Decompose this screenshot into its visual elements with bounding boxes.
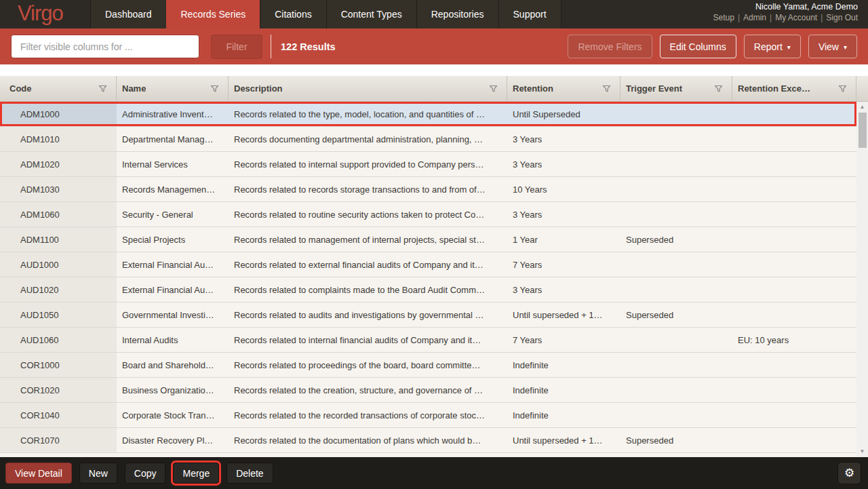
cell: AUD1050: [0, 302, 117, 327]
results-count: 122 Results: [281, 41, 336, 52]
cell: [732, 302, 856, 327]
divider: [271, 35, 271, 58]
column-header-trigger-event[interactable]: Trigger Event: [620, 76, 732, 101]
cell: 3 Years: [507, 202, 620, 227]
filter-funnel-icon[interactable]: [98, 85, 107, 93]
tab-repositories[interactable]: Repositories: [416, 0, 498, 28]
column-header-retention[interactable]: Retention: [507, 76, 620, 101]
app-logo[interactable]: Virgo: [0, 0, 90, 28]
cell: External Financial Au…: [117, 252, 229, 277]
cell: 3 Years: [507, 152, 620, 176]
filter-funnel-icon[interactable]: [838, 85, 847, 93]
column-header-name[interactable]: Name: [117, 76, 229, 101]
column-header-code[interactable]: Code: [0, 76, 117, 101]
table-row-cor1000[interactable]: COR1000Board and Sharehold…Records relat…: [0, 353, 856, 378]
column-header-description[interactable]: Description: [229, 76, 507, 101]
table-row-cor1020[interactable]: COR1020Business Organizatio…Records rela…: [0, 378, 856, 403]
cell: Indefinite: [507, 353, 620, 377]
filter-input[interactable]: [11, 35, 199, 58]
cell: [732, 202, 856, 227]
scrollbar-thumb[interactable]: [859, 113, 867, 148]
table-row-aud1020[interactable]: AUD1020External Financial Au…Records rel…: [0, 277, 856, 302]
user-link-sign-out[interactable]: Sign Out: [826, 13, 858, 22]
cell: [620, 328, 732, 352]
table-row-cor1040[interactable]: COR1040Corporate Stock Tran…Records rela…: [0, 403, 856, 428]
table-row-adm1030[interactable]: ADM1030Records Managemen…Records related…: [0, 177, 856, 202]
cell: [620, 378, 732, 402]
table-row-adm1000[interactable]: ADM1000Administrative Invent…Records rel…: [0, 102, 856, 127]
scroll-up-icon[interactable]: ▲: [860, 102, 865, 113]
table-row-adm1060[interactable]: ADM1060Security - GeneralRecords related…: [0, 202, 856, 227]
user-link-setup[interactable]: Setup: [713, 13, 734, 22]
cell: Indefinite: [507, 403, 620, 427]
view-detail-button[interactable]: View Detail: [5, 463, 72, 484]
filter-bar: Filter 122 Results Remove Filters Edit C…: [0, 28, 868, 64]
cell: COR1070: [0, 428, 117, 452]
cell: ADM1060: [0, 202, 117, 227]
cell: Records Managemen…: [117, 177, 229, 201]
cell: Administrative Invent…: [117, 102, 229, 126]
cell: Disaster Recovery Pl…: [117, 428, 229, 452]
separator: |: [770, 13, 772, 22]
cell: Superseded: [620, 428, 732, 452]
merge-button[interactable]: Merge: [173, 463, 219, 484]
cell: Internal Services: [117, 152, 229, 176]
vertical-scrollbar[interactable]: ▲ ▼: [856, 102, 868, 457]
spacer: [0, 64, 868, 76]
caret-down-icon: ▾: [844, 43, 847, 51]
table-row-adm1100[interactable]: ADM1100Special ProjectsRecords related t…: [0, 227, 856, 252]
user-link-my-account[interactable]: My Account: [775, 13, 817, 22]
cell: AUD1000: [0, 252, 117, 277]
cell: 7 Years: [507, 328, 620, 352]
delete-button[interactable]: Delete: [226, 463, 273, 484]
cell: Records related to the documentation of …: [229, 428, 507, 452]
table-row-aud1050[interactable]: AUD1050Governmental Investi…Records rela…: [0, 302, 856, 328]
report-dropdown-button[interactable]: Report▾: [744, 35, 801, 58]
tab-content-types[interactable]: Content Types: [326, 0, 416, 28]
cell: External Financial Au…: [117, 277, 229, 302]
table-row-adm1010[interactable]: ADM1010Departmental Manag…Records docume…: [0, 127, 856, 152]
remove-filters-button[interactable]: Remove Filters: [568, 35, 652, 58]
cell: Records related to the creation, structu…: [229, 378, 507, 402]
filter-funnel-icon[interactable]: [602, 85, 611, 93]
table-row-aud1060[interactable]: AUD1060Internal AuditsRecords related to…: [0, 328, 856, 353]
action-bar: View DetailNewCopyMergeDelete ⚙: [0, 457, 868, 489]
cell: [620, 403, 732, 427]
table-row-adm1020[interactable]: ADM1020Internal ServicesRecords related …: [0, 152, 856, 177]
user-links: Setup|Admin|My Account|Sign Out: [710, 13, 858, 22]
caret-down-icon: ▾: [787, 43, 791, 51]
column-header-retention-exce[interactable]: Retention Exce…: [732, 76, 856, 101]
tab-records-series[interactable]: Records Series: [166, 0, 260, 28]
filter-funnel-icon[interactable]: [714, 85, 723, 93]
tab-citations[interactable]: Citations: [260, 0, 326, 28]
cell: Business Organizatio…: [117, 378, 229, 402]
filter-funnel-icon[interactable]: [489, 85, 498, 93]
view-dropdown-button[interactable]: View▾: [808, 35, 857, 58]
table-header: CodeNameDescriptionRetentionTrigger Even…: [0, 76, 868, 102]
cell: AUD1020: [0, 277, 117, 302]
new-button[interactable]: New: [79, 463, 117, 484]
filter-button[interactable]: Filter: [211, 35, 262, 59]
table-row-aud1000[interactable]: AUD1000External Financial Au…Records rel…: [0, 252, 856, 277]
user-link-admin[interactable]: Admin: [743, 13, 766, 22]
cell: Records related to routine security acti…: [229, 202, 507, 227]
cell: [732, 227, 856, 252]
edit-columns-button[interactable]: Edit Columns: [660, 35, 736, 58]
table-row-cor1070[interactable]: COR1070Disaster Recovery Pl…Records rela…: [0, 428, 856, 453]
scroll-down-icon[interactable]: ▼: [860, 446, 865, 457]
cell: 1 Year: [507, 227, 620, 252]
cell: Until superseded + 1…: [507, 428, 620, 452]
settings-gear-button[interactable]: ⚙: [837, 462, 861, 484]
cell: 7 Years: [507, 252, 620, 277]
filter-funnel-icon[interactable]: [210, 85, 219, 93]
tab-dashboard[interactable]: Dashboard: [90, 0, 166, 28]
column-label: Code: [9, 83, 32, 94]
cell: [620, 353, 732, 377]
copy-button[interactable]: Copy: [125, 463, 166, 484]
cell: Indefinite: [507, 378, 620, 402]
tab-support[interactable]: Support: [498, 0, 561, 28]
cell: [732, 378, 856, 402]
table-rows: ADM1000Administrative Invent…Records rel…: [0, 102, 868, 453]
cell: Records related to internal financial au…: [229, 328, 507, 352]
separator: |: [738, 13, 740, 22]
